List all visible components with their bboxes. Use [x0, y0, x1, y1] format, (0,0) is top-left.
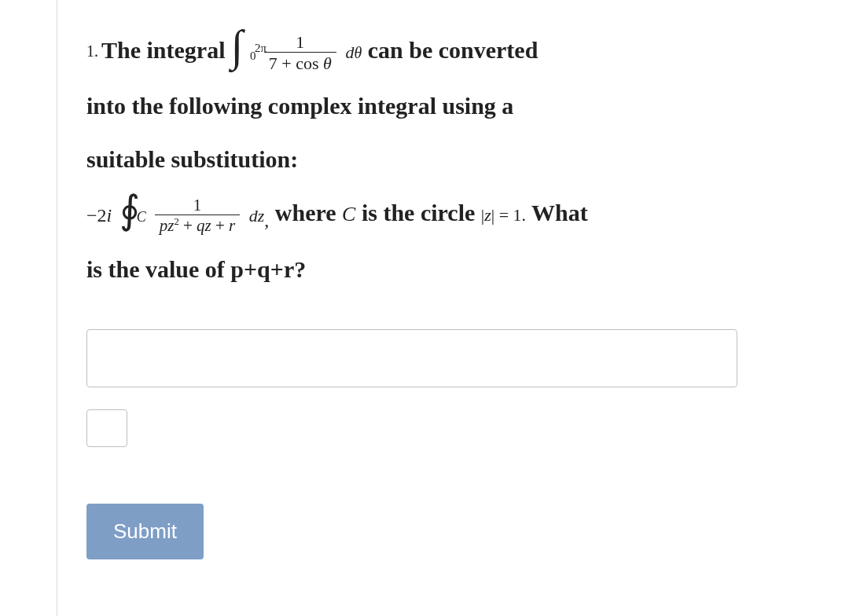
- text-can-be-converted: can be converted: [368, 37, 538, 63]
- question-content: 1.The integral ∫ 2π 0 1 7 + cos θ dθ can…: [86, 24, 786, 559]
- contour-integrand-fraction: 1 pz2 + qz + r: [155, 196, 241, 234]
- d-theta: dθ: [345, 42, 362, 62]
- integral-upper-limit: 2π: [255, 21, 266, 75]
- integral-icon: ∫: [231, 28, 243, 64]
- answer-section: Submit: [86, 329, 786, 559]
- dz: dz,: [249, 206, 270, 226]
- contour-fraction-numerator: 1: [155, 196, 241, 215]
- coefficient: −2i: [86, 205, 112, 226]
- left-margin-rule: [57, 0, 57, 616]
- answer-input-long[interactable]: [86, 329, 737, 387]
- integrand-fraction: 1 7 + cos θ: [264, 33, 336, 72]
- text-the-integral: The integral: [101, 37, 231, 63]
- text-line2: into the following complex integral usin…: [86, 93, 513, 119]
- submit-button[interactable]: Submit: [86, 504, 204, 559]
- question-text: 1.The integral ∫ 2π 0 1 7 + cos θ dθ can…: [86, 24, 786, 296]
- answer-input-short[interactable]: [86, 409, 127, 447]
- circle-expression: |z| = 1: [481, 205, 522, 225]
- text-line3: suitable substitution:: [86, 146, 298, 172]
- contour-subscript: C: [137, 190, 146, 244]
- fraction-denominator: 7 + cos θ: [264, 53, 336, 72]
- text-is-the-circle: is the circle: [355, 200, 480, 226]
- contour-integral-group: ∮ C: [119, 189, 140, 242]
- question-number: 1.: [86, 42, 98, 60]
- integral-lower-limit: 0: [250, 29, 256, 82]
- text-what: What: [526, 200, 588, 226]
- contour-fraction-denominator: pz2 + qz + r: [155, 215, 241, 234]
- text-where: where: [275, 200, 342, 226]
- fraction-numerator: 1: [264, 33, 336, 53]
- integral-symbol-group: ∫ 2π 0: [231, 26, 243, 79]
- c-variable: C: [342, 203, 355, 226]
- text-line5: is the value of p+q+r?: [86, 256, 306, 282]
